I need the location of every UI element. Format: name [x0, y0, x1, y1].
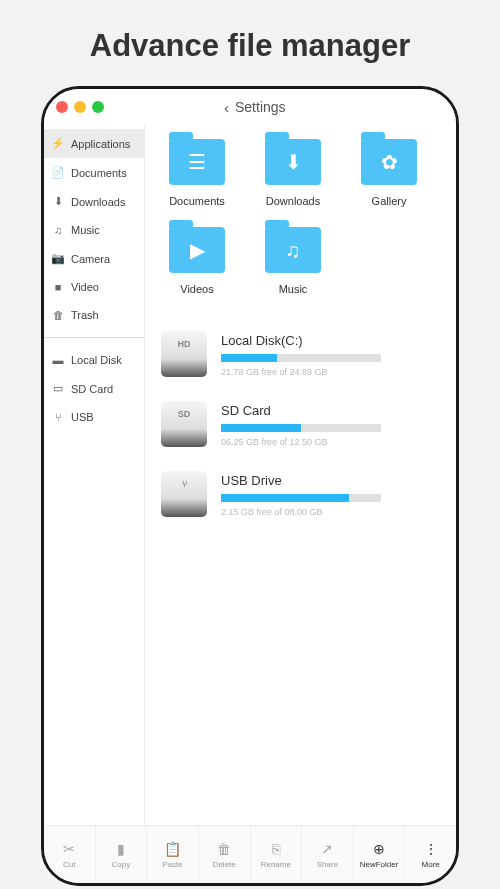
tool-label: NewFolder [360, 860, 399, 869]
drive-usb-drive[interactable]: ⑂USB Drive2.15 GB free of 08.00 GB [161, 471, 446, 517]
sidebar-item-label: Music [71, 224, 100, 236]
page-title: Advance file manager [0, 0, 500, 86]
tool-paste[interactable]: 📋Paste [147, 826, 199, 883]
drive-usage-bar [221, 424, 381, 432]
folder-documents[interactable]: ☰Documents [161, 139, 233, 207]
folder-icon: ⬇ [265, 139, 321, 185]
drive-name: Local Disk(C:) [221, 333, 446, 348]
sidebar-item-video[interactable]: ■Video [44, 273, 144, 301]
paste-icon: 📋 [164, 841, 181, 857]
folder-label: Music [279, 283, 308, 295]
folder-downloads[interactable]: ⬇Downloads [257, 139, 329, 207]
drive-info: USB Drive2.15 GB free of 08.00 GB [221, 471, 446, 517]
main-panel: ☰Documents⬇Downloads✿Gallery▶Videos♫Musi… [145, 125, 456, 825]
tool-more[interactable]: ⋮More [405, 826, 456, 883]
tool-label: Cut [63, 860, 75, 869]
tool-label: Copy [112, 860, 131, 869]
drive-name: USB Drive [221, 473, 446, 488]
back-label: Settings [235, 99, 286, 115]
sidebar-icon: ■ [52, 281, 64, 293]
folder-label: Documents [169, 195, 225, 207]
sidebar-item-camera[interactable]: 📷Camera [44, 244, 144, 273]
drive-icon: SD [161, 401, 207, 447]
sidebar-item-label: Video [71, 281, 99, 293]
sidebar-item-downloads[interactable]: ⬇Downloads [44, 187, 144, 216]
folder-glyph-icon: ☰ [169, 139, 225, 185]
drive-local-disk-c-[interactable]: HDLocal Disk(C:)21.78 GB free of 24.89 G… [161, 331, 446, 377]
sidebar-item-local-disk[interactable]: ▬Local Disk [44, 346, 144, 374]
bottom-toolbar: ✂Cut▮Copy📋Paste🗑Delete⎘Rename↗Share⊕NewF… [44, 825, 456, 883]
folder-grid: ☰Documents⬇Downloads✿Gallery▶Videos♫Musi… [155, 139, 446, 295]
sidebar-icon: 📄 [52, 166, 64, 179]
close-icon[interactable] [56, 101, 68, 113]
folder-gallery[interactable]: ✿Gallery [353, 139, 425, 207]
sidebar-item-label: Downloads [71, 196, 125, 208]
sidebar-item-documents[interactable]: 📄Documents [44, 158, 144, 187]
folder-label: Gallery [372, 195, 407, 207]
sidebar-item-label: Local Disk [71, 354, 122, 366]
tool-label: More [422, 860, 440, 869]
folder-music[interactable]: ♫Music [257, 227, 329, 295]
sidebar: ⚡Applications📄Documents⬇Downloads♫Music📷… [44, 125, 145, 825]
tool-newfolder[interactable]: ⊕NewFolder [354, 826, 406, 883]
tool-label: Delete [213, 860, 236, 869]
titlebar: ‹ Settings [44, 89, 456, 125]
folder-icon: ✿ [361, 139, 417, 185]
folder-glyph-icon: ✿ [361, 139, 417, 185]
drive-list: HDLocal Disk(C:)21.78 GB free of 24.89 G… [155, 331, 446, 517]
tool-label: Share [317, 860, 338, 869]
minimize-icon[interactable] [74, 101, 86, 113]
sidebar-item-sd-card[interactable]: ▭SD Card [44, 374, 144, 403]
tool-cut[interactable]: ✂Cut [44, 826, 96, 883]
sidebar-icon: 🗑 [52, 309, 64, 321]
tool-label: Paste [162, 860, 182, 869]
device-frame: ‹ Settings ⚡Applications📄Documents⬇Downl… [41, 86, 459, 886]
folder-glyph-icon: ▶ [169, 227, 225, 273]
copy-icon: ▮ [117, 841, 125, 857]
window-controls [56, 101, 104, 113]
drive-free-text: 21.78 GB free of 24.89 GB [221, 367, 446, 377]
drive-name: SD Card [221, 403, 446, 418]
sidebar-icon: ▬ [52, 354, 64, 366]
tool-share[interactable]: ↗Share [302, 826, 354, 883]
tool-label: Rename [261, 860, 291, 869]
sidebar-item-label: Applications [71, 138, 130, 150]
rename-icon: ⎘ [272, 841, 280, 857]
sidebar-divider [44, 337, 144, 338]
folder-icon: ☰ [169, 139, 225, 185]
sidebar-item-label: Trash [71, 309, 99, 321]
cut-icon: ✂ [63, 841, 75, 857]
sidebar-icon: 📷 [52, 252, 64, 265]
drive-info: SD Card06.25 GB free of 12.50 GB [221, 401, 446, 447]
sidebar-icon: ⚡ [52, 137, 64, 150]
tool-delete[interactable]: 🗑Delete [199, 826, 251, 883]
sidebar-item-usb[interactable]: ⑂USB [44, 403, 144, 431]
sidebar-item-music[interactable]: ♫Music [44, 216, 144, 244]
zoom-icon[interactable] [92, 101, 104, 113]
drive-info: Local Disk(C:)21.78 GB free of 24.89 GB [221, 331, 446, 377]
tool-rename[interactable]: ⎘Rename [251, 826, 303, 883]
folder-glyph-icon: ⬇ [265, 139, 321, 185]
folder-label: Videos [180, 283, 213, 295]
sidebar-item-label: USB [71, 411, 94, 423]
drive-usage-bar [221, 354, 381, 362]
folder-icon: ♫ [265, 227, 321, 273]
sidebar-icon: ♫ [52, 224, 64, 236]
drive-free-text: 2.15 GB free of 08.00 GB [221, 507, 446, 517]
sidebar-item-trash[interactable]: 🗑Trash [44, 301, 144, 329]
folder-videos[interactable]: ▶Videos [161, 227, 233, 295]
drive-icon: ⑂ [161, 471, 207, 517]
delete-icon: 🗑 [217, 841, 231, 857]
tool-copy[interactable]: ▮Copy [96, 826, 148, 883]
sidebar-item-label: Camera [71, 253, 110, 265]
sidebar-icon: ▭ [52, 382, 64, 395]
more-icon: ⋮ [424, 841, 438, 857]
sidebar-item-applications[interactable]: ⚡Applications [44, 129, 144, 158]
drive-icon: HD [161, 331, 207, 377]
folder-icon: ▶ [169, 227, 225, 273]
folder-glyph-icon: ♫ [265, 227, 321, 273]
back-button[interactable]: ‹ Settings [224, 99, 286, 116]
drive-sd-card[interactable]: SDSD Card06.25 GB free of 12.50 GB [161, 401, 446, 447]
body: ⚡Applications📄Documents⬇Downloads♫Music📷… [44, 125, 456, 825]
newfolder-icon: ⊕ [373, 841, 385, 857]
